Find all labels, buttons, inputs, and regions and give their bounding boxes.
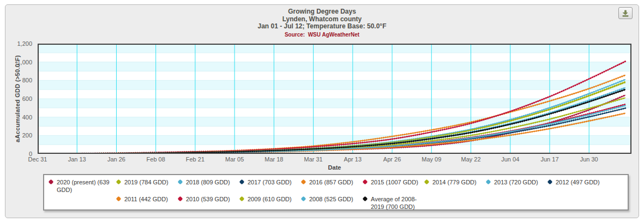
legend: 2020 (present) (639 GDD)2019 (784 GDD)20… [43, 174, 629, 211]
legend-label: Average of 2008-2019 (700 GDD) [371, 195, 423, 211]
x-tick-label: Jun 17 [540, 156, 558, 163]
x-tick-label: May 22 [461, 156, 480, 163]
y-tick-label: 600 [22, 95, 32, 102]
legend-label: 2009 (610 GDD) [248, 195, 292, 203]
legend-marker-icon [49, 179, 54, 185]
y-tick-label: 1,200 [17, 40, 32, 47]
x-tick-label: Jun 04 [501, 156, 519, 163]
legend-label: 2019 (784 GDD) [124, 178, 168, 186]
x-tick-label: May 09 [422, 156, 441, 163]
legend-item-2011[interactable]: 2011 (442 GDD) [116, 195, 177, 211]
chart-title: Growing Degree Days [5, 8, 639, 16]
x-tick-label: Mar 18 [264, 156, 283, 163]
legend-label: 2017 (703 GDD) [248, 178, 292, 186]
legend-grid: 2020 (present) (639 GDD)2019 (784 GDD)20… [49, 178, 623, 211]
legend-marker-icon [116, 179, 122, 185]
legend-item-2012[interactable]: 2012 (497 GDD) [547, 178, 608, 194]
legend-item-2016[interactable]: 2016 (857 GDD) [301, 178, 362, 194]
legend-label: 2018 (809 GDD) [186, 178, 230, 186]
x-tick-label: Apr 26 [383, 156, 401, 163]
legend-item-2010[interactable]: 2010 (539 GDD) [178, 195, 238, 211]
y-tick-label: 800 [22, 77, 32, 83]
legend-label: 2016 (857 GDD) [309, 178, 353, 186]
chart-source: Source: WSU AgWeatherNet [5, 31, 639, 38]
x-tick-label: Apr 13 [344, 156, 362, 163]
legend-item-average-2008-2019[interactable]: Average of 2008-2019 (700 GDD) [363, 195, 423, 211]
legend-label: 2014 (779 GDD) [432, 178, 477, 186]
x-tick-label: Feb 21 [186, 156, 204, 163]
x-tick-label: Feb 08 [147, 156, 165, 163]
x-tick-label: Jun 30 [580, 156, 598, 163]
gdd-chart-widget: Growing Degree Days Lynden, Whatcom coun… [5, 4, 639, 218]
y-tick-label: 400 [22, 114, 32, 121]
x-tick-label: Dec 31 [28, 156, 47, 163]
x-axis-title: Date [38, 164, 631, 171]
source-value: WSU AgWeatherNet [308, 32, 359, 38]
legend-label: 2015 (1007 GDD) [371, 178, 418, 186]
legend-item-2014[interactable]: 2014 (779 GDD) [424, 178, 485, 194]
legend-item-2018[interactable]: 2018 (809 GDD) [178, 178, 238, 194]
x-axis-labels: Dec 31Jan 13Jan 26Feb 08Feb 21Mar 05Mar … [38, 156, 631, 164]
legend-marker-icon [547, 179, 553, 185]
legend-item-2019[interactable]: 2019 (784 GDD) [116, 178, 177, 194]
x-tick-label: Mar 31 [304, 156, 322, 163]
legend-marker-icon [424, 179, 430, 185]
chart-subtitle-range: Jan 01 - Jul 12; Temperature Base: 50.0°… [5, 23, 639, 31]
legend-marker-icon [239, 179, 245, 185]
y-axis-labels: 02004006008001,0001,200 [5, 44, 34, 154]
x-tick-label: Jan 13 [68, 156, 86, 163]
y-tick-label: 200 [22, 132, 32, 139]
legend-marker-icon [116, 196, 122, 201]
legend-marker-icon [301, 196, 306, 201]
x-tick-label: Mar 05 [225, 156, 244, 163]
chart-header: Growing Degree Days Lynden, Whatcom coun… [5, 8, 639, 38]
legend-item-2015[interactable]: 2015 (1007 GDD) [363, 178, 423, 194]
legend-marker-icon [301, 179, 306, 185]
source-label: Source: [285, 32, 305, 38]
legend-label: 2012 (497 GDD) [556, 178, 600, 186]
y-tick-label: 1,000 [17, 59, 32, 65]
legend-item-2008[interactable]: 2008 (525 GDD) [301, 195, 362, 211]
legend-item-2009[interactable]: 2009 (610 GDD) [239, 195, 300, 211]
legend-marker-icon [178, 179, 183, 185]
chart-canvas [38, 44, 631, 154]
legend-label: 2011 (442 GDD) [124, 195, 168, 203]
legend-item-2013[interactable]: 2013 (720 GDD) [486, 178, 546, 194]
legend-marker-icon [363, 196, 368, 201]
legend-marker-icon [239, 196, 245, 201]
legend-label: 2013 (720 GDD) [494, 178, 538, 186]
legend-marker-icon [486, 179, 491, 185]
legend-item-2017[interactable]: 2017 (703 GDD) [239, 178, 300, 194]
legend-label: 2020 (present) (639 GDD) [57, 178, 115, 194]
x-tick-label: Jan 26 [107, 156, 125, 163]
legend-marker-icon [363, 179, 368, 185]
legend-marker-icon [178, 196, 183, 201]
plot-area [38, 44, 631, 154]
chart-subtitle-location: Lynden, Whatcom county [5, 16, 639, 23]
legend-label: 2008 (525 GDD) [309, 195, 353, 203]
legend-item-2020[interactable]: 2020 (present) (639 GDD) [49, 178, 115, 194]
legend-label: 2010 (539 GDD) [186, 195, 230, 203]
